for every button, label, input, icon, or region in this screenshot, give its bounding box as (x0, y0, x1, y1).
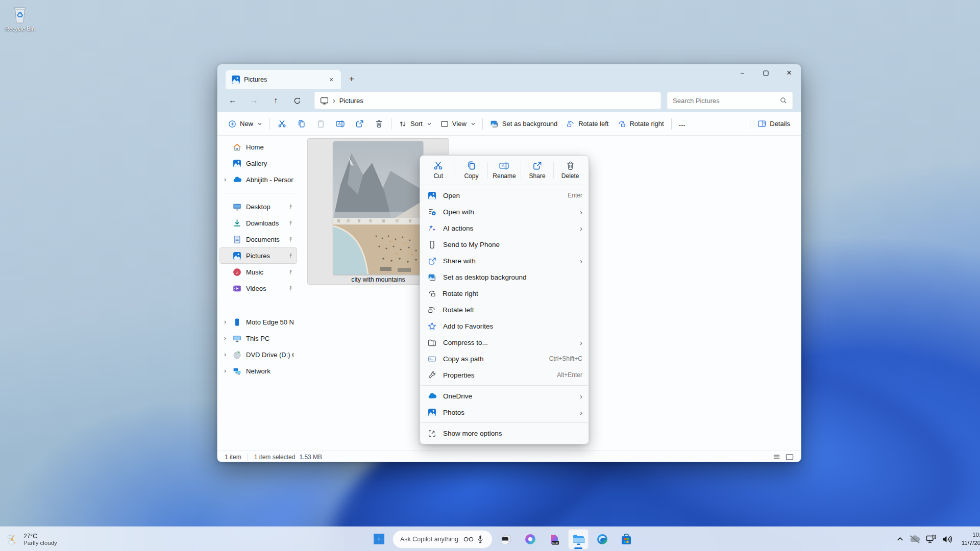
clock[interactable]: 10:23 11/7/2025 (958, 531, 980, 547)
cut-button[interactable] (272, 115, 291, 133)
sidebar-item-home[interactable]: Home (219, 139, 297, 155)
menu-item-compress-to[interactable]: Compress to... › (420, 334, 589, 350)
minimize-button[interactable]: − (730, 64, 754, 82)
menu-item-share-with[interactable]: Share with › (420, 253, 589, 269)
expand-chevron-icon[interactable]: › (222, 176, 228, 183)
ethernet-network-icon[interactable] (926, 535, 936, 544)
see-more-button[interactable]: … (674, 115, 691, 133)
rotate-left-button[interactable]: Rotate left (562, 115, 613, 133)
sidebar-item-desktop[interactable]: Desktop (219, 198, 297, 215)
delete-button[interactable] (369, 115, 388, 133)
menu-item-properties[interactable]: Properties Alt+Enter (420, 367, 589, 383)
sidebar-item-moto-edge[interactable]: › Moto Edge 50 Neo (219, 314, 297, 330)
expand-chevron-icon[interactable]: › (222, 367, 228, 374)
details-view-toggle-icon[interactable] (773, 453, 780, 461)
new-tab-button[interactable]: + (344, 71, 359, 87)
menu-item-open[interactable]: Open Enter (420, 187, 589, 204)
file-explorer-button[interactable] (568, 529, 589, 549)
thumbnail-view-toggle-icon[interactable] (786, 453, 794, 461)
maximize-button[interactable] (754, 64, 777, 82)
new-button[interactable]: New (224, 115, 266, 133)
sidebar-item-pictures[interactable]: Pictures (219, 247, 297, 264)
sidebar-item-this-pc[interactable]: › This PC (219, 330, 297, 346)
taskbar: 27°C Partly cloudy (0, 527, 980, 551)
quick-action-label: Rename (493, 172, 516, 180)
breadcrumb-chevron-icon: › (333, 96, 335, 105)
sidebar-item-gallery[interactable]: Gallery (219, 155, 297, 171)
menu-item-open-with[interactable]: Open with › (420, 204, 589, 220)
sidebar-item-videos[interactable]: Videos (219, 280, 297, 296)
expand-chevron-icon[interactable]: › (222, 318, 228, 325)
pictures-file-icon (232, 76, 240, 84)
weather-widget[interactable]: 27°C Partly cloudy (5, 532, 57, 546)
view-button[interactable]: View (436, 115, 480, 133)
sidebar-item-downloads[interactable]: Downloads (219, 215, 297, 231)
menu-item-copy-as-path[interactable]: Copy as path Ctrl+Shift+C (420, 350, 589, 367)
cut-quick-button[interactable]: Cut (422, 159, 455, 182)
search-box[interactable] (667, 92, 793, 109)
copy-button[interactable] (291, 115, 311, 133)
tab-pictures[interactable]: Pictures × (226, 70, 341, 89)
menu-item-show-more-options[interactable]: Show more options (420, 425, 589, 441)
copilot-vision-glasses-icon[interactable] (463, 536, 474, 543)
hidden-icons-chevron[interactable] (897, 537, 903, 541)
sidebar-item-label: Music (246, 268, 283, 276)
menu-item-set-as-desktop-background[interactable]: Set as desktop background (420, 269, 589, 285)
rotate-left-label: Rotate left (578, 120, 608, 128)
sidebar-item-network[interactable]: › Network (219, 363, 297, 379)
sort-button[interactable]: Sort (394, 115, 436, 133)
copy-quick-button[interactable]: Copy (455, 159, 488, 182)
breadcrumb[interactable]: › Pictures (314, 92, 661, 109)
task-view-button[interactable] (496, 529, 517, 549)
favorites-star-icon (428, 322, 436, 331)
forward-button[interactable]: → (244, 92, 264, 109)
onedrive-paused-icon[interactable] (909, 535, 920, 543)
set-as-background-label: Set as background (502, 120, 557, 128)
sidebar-item-dvd-drive[interactable]: › DVD Drive (D:) CCC (219, 346, 297, 363)
svg-text:♪: ♪ (236, 269, 238, 275)
start-button[interactable] (369, 529, 389, 549)
refresh-button[interactable] (287, 92, 307, 109)
sidebar-item-documents[interactable]: Documents (219, 231, 297, 247)
close-button[interactable]: × (777, 64, 801, 82)
microphone-icon[interactable] (477, 535, 484, 544)
menu-item-ai-actions[interactable]: AI actions › (420, 220, 589, 236)
menu-item-rotate-right[interactable]: Rotate right (420, 285, 589, 302)
sort-label: Sort (410, 120, 423, 128)
submenu-chevron-icon: › (580, 208, 582, 216)
set-as-background-button[interactable]: Set as background (485, 115, 562, 133)
copilot-search-box[interactable] (393, 530, 493, 548)
menu-item-rotate-left[interactable]: Rotate left (420, 302, 589, 318)
details-pane-button[interactable]: Details (753, 115, 795, 133)
menu-item-onedrive[interactable]: OneDrive › (420, 388, 589, 404)
expand-chevron-icon[interactable]: › (222, 351, 228, 358)
sidebar-item-label: Home (246, 143, 293, 151)
desktop-icon (233, 203, 241, 211)
share-button[interactable] (350, 115, 369, 133)
rename-button[interactable]: A (330, 115, 350, 133)
share-quick-button[interactable]: Share (521, 159, 554, 182)
edge-button[interactable] (592, 529, 612, 549)
copilot-search-input[interactable] (400, 536, 460, 543)
tab-close-icon[interactable]: × (326, 74, 337, 85)
menu-item-label: Properties (443, 371, 475, 379)
rename-quick-button[interactable]: A Rename (488, 159, 521, 182)
menu-item-send-to-phone[interactable]: Send to My Phone (420, 236, 589, 253)
recycle-bin-shortcut[interactable]: ♻ Recycle Bin (3, 4, 37, 32)
menu-item-photos[interactable]: Photos › (420, 404, 589, 420)
rotate-right-button[interactable]: Rotate right (613, 115, 668, 133)
m365-copilot-button[interactable]: M365 (544, 529, 565, 549)
sidebar-item-onedrive-personal[interactable]: › Abhijith - Personal (219, 171, 297, 188)
search-input[interactable] (673, 97, 780, 105)
sidebar-item-music[interactable]: ♪ Music (219, 264, 297, 280)
paste-button[interactable] (311, 115, 330, 133)
up-button[interactable]: ↑ (265, 92, 286, 109)
expand-chevron-icon[interactable]: › (222, 335, 228, 342)
microsoft-store-button[interactable] (616, 529, 636, 549)
menu-item-add-to-favorites[interactable]: Add to Favorites (420, 318, 589, 334)
delete-quick-button[interactable]: Delete (554, 159, 586, 182)
volume-icon[interactable] (942, 535, 952, 543)
back-button[interactable]: ← (223, 92, 243, 109)
selection-count: 1 item selected (254, 454, 296, 461)
copilot-app-button[interactable] (520, 529, 541, 549)
